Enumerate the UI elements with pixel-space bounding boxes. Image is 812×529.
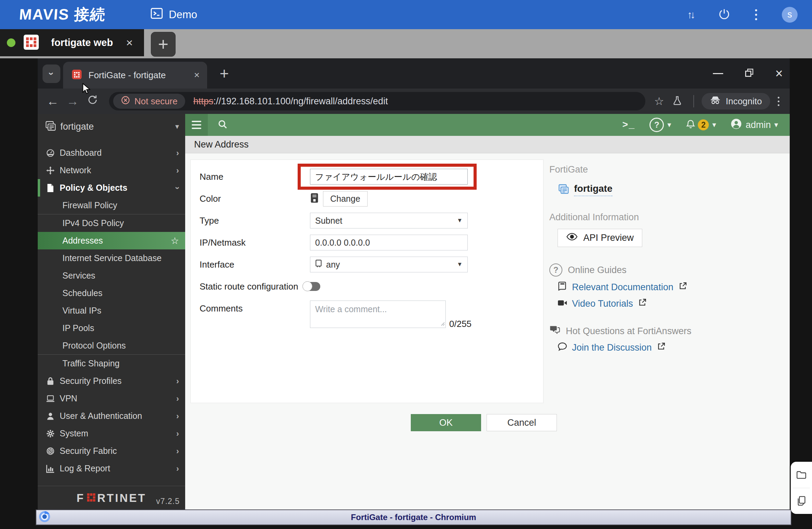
bookmark-star-icon[interactable]: ☆ <box>654 95 664 108</box>
user-icon <box>44 412 57 421</box>
forward-button[interactable]: → <box>65 94 80 108</box>
eye-icon <box>566 233 578 243</box>
sidebar-item-internet-service-database[interactable]: Internet Service Database <box>38 249 185 267</box>
sidebar-hostname[interactable]: fortigate ▾ <box>38 114 185 139</box>
vnc-tab-fortigate-web[interactable]: fortigate web × <box>0 29 144 56</box>
chevron-right-icon: › <box>176 446 179 456</box>
change-color-button[interactable]: Change <box>323 191 368 207</box>
sidebar-item-ipv4-dos-policy[interactable]: IPv4 DoS Policy <box>38 214 185 232</box>
close-button[interactable]: × <box>775 66 783 81</box>
sidebar-item-policy-objects[interactable]: Policy & Objects › <box>38 179 185 197</box>
ok-button[interactable]: OK <box>411 414 481 431</box>
resize-grip-icon[interactable] <box>441 321 445 327</box>
sidebar-item-traffic-shaping[interactable]: Traffic Shaping <box>38 355 185 372</box>
ip-netmask-label: IP/Netmask <box>200 237 310 248</box>
static-route-toggle[interactable] <box>303 282 320 291</box>
mavis-logo: MAVIS 接続 <box>19 4 106 25</box>
cancel-button[interactable]: Cancel <box>487 414 557 431</box>
sidebar-item-firewall-policy[interactable]: Firewall Policy <box>38 197 185 214</box>
clipboard-copy-button[interactable] <box>791 488 812 514</box>
toolbar-divider <box>693 95 694 107</box>
join-discussion-link[interactable]: Join the Discussion <box>572 342 652 353</box>
file-manager-button[interactable] <box>791 462 812 488</box>
move-arrows-icon <box>44 166 57 175</box>
type-select[interactable]: Subnet ▼ <box>310 213 468 228</box>
documentation-link-row[interactable]: Relevant Documentation <box>558 281 786 293</box>
video-link-row[interactable]: Video Tutorials <box>558 298 786 309</box>
device-section-label: FortiGate <box>549 164 786 175</box>
caret-down-icon: ▾ <box>712 120 716 129</box>
incognito-badge: Incognito <box>702 93 770 109</box>
hamburger-icon <box>192 121 201 129</box>
sidebar-item-addresses[interactable]: Addresses ☆ <box>38 232 185 249</box>
search-icon[interactable] <box>217 119 228 131</box>
tab-title: FortiGate - fortigate <box>88 70 194 81</box>
notifications-menu[interactable]: 2 ▾ <box>685 119 716 131</box>
hostname-label: fortigate <box>60 121 175 132</box>
transfer-icon[interactable]: ↑↓ <box>687 9 693 21</box>
sidebar-item-virtual-ips[interactable]: Virtual IPs <box>38 302 185 319</box>
sidebar-item-dashboard[interactable]: Dashboard › <box>38 144 185 162</box>
collapse-menu-button[interactable] <box>185 114 208 136</box>
join-discussion-row[interactable]: Join the Discussion <box>558 342 786 353</box>
interface-value: any <box>326 260 340 270</box>
new-tab-button[interactable]: + <box>215 64 234 83</box>
experiments-flask-icon[interactable] <box>672 95 682 107</box>
minimize-button[interactable] <box>713 73 723 74</box>
documentation-link[interactable]: Relevant Documentation <box>572 282 673 293</box>
back-button[interactable]: ← <box>45 94 60 108</box>
sidebar-item-ip-pools[interactable]: IP Pools <box>38 319 185 337</box>
sidebar-item-network[interactable]: Network › <box>38 162 185 179</box>
vnc-tab-close-icon[interactable]: × <box>126 36 133 49</box>
favorite-star-icon[interactable]: ☆ <box>171 235 179 246</box>
sidebar-item-user-authentication[interactable]: User & Authentication › <box>38 407 185 425</box>
name-input[interactable] <box>310 169 468 185</box>
fortigate-header: >_ ? ▾ 2 ▾ <box>185 114 790 136</box>
caret-down-icon: ▾ <box>774 120 778 129</box>
tab-close-icon[interactable]: × <box>194 70 200 81</box>
vnc-new-tab-button[interactable]: + <box>151 32 176 57</box>
sidebar-item-vpn[interactable]: VPN › <box>38 390 185 407</box>
vnc-tab-strip: fortigate web × + <box>0 29 812 58</box>
admin-menu[interactable]: admin ▾ <box>730 118 778 132</box>
menu-kebab-icon[interactable] <box>755 9 757 20</box>
chromium-window: › FortiGate - fortigate × + × <box>38 58 790 509</box>
video-tutorials-link[interactable]: Video Tutorials <box>572 298 633 309</box>
sidebar-item-protocol-options[interactable]: Protocol Options <box>38 337 185 354</box>
address-bar[interactable]: Not secure https://192.168.101.100/ng/fi… <box>109 92 645 110</box>
gear-icon <box>44 429 57 438</box>
help-menu[interactable]: ? ▾ <box>649 118 671 132</box>
sidebar-item-schedules[interactable]: Schedules <box>38 284 185 302</box>
device-link[interactable]: fortigate <box>558 183 786 196</box>
power-icon[interactable] <box>718 8 730 22</box>
comments-textarea[interactable] <box>310 301 446 328</box>
api-preview-button[interactable]: API Preview <box>558 229 642 247</box>
interface-port-icon <box>315 259 322 270</box>
book-icon <box>558 281 567 293</box>
avatar[interactable]: s <box>782 7 798 23</box>
interface-select[interactable]: any ▼ <box>310 257 468 272</box>
sidebar-item-services[interactable]: Services <box>38 267 185 284</box>
sidebar-footer: F RTINET v7.2.5 <box>38 486 185 509</box>
sidebar-item-security-profiles[interactable]: Security Profiles › <box>38 372 185 390</box>
ip-netmask-input[interactable] <box>310 235 468 250</box>
comments-counter: 0/255 <box>449 319 471 329</box>
tab-search-button[interactable]: › <box>43 64 60 83</box>
browser-menu-kebab-icon[interactable] <box>778 97 779 106</box>
reload-button[interactable] <box>85 94 100 108</box>
bar-chart-icon <box>44 464 57 473</box>
mavis-top-bar: MAVIS 接続 Demo ↑↓ s <box>0 0 812 29</box>
session-tab-demo[interactable]: Demo <box>150 7 197 23</box>
sidebar-item-system[interactable]: System › <box>38 425 185 442</box>
question-circle-icon: ? <box>549 263 562 277</box>
sidebar-item-security-fabric[interactable]: Security Fabric › <box>38 442 185 460</box>
not-secure-badge[interactable]: Not secure <box>113 94 185 109</box>
cli-console-button[interactable]: >_ <box>622 120 635 130</box>
restore-button[interactable] <box>744 68 754 79</box>
sidebar-item-log-report[interactable]: Log & Report › <box>38 460 185 477</box>
interface-label: Interface <box>200 259 310 270</box>
os-taskbar[interactable]: FortiGate - fortigate - Chromium <box>36 509 791 525</box>
device-name: fortigate <box>574 183 612 196</box>
form-row-type: Type Subnet ▼ <box>200 213 543 228</box>
url-text: https://192.168.101.100/ng/firewall/addr… <box>193 96 388 107</box>
